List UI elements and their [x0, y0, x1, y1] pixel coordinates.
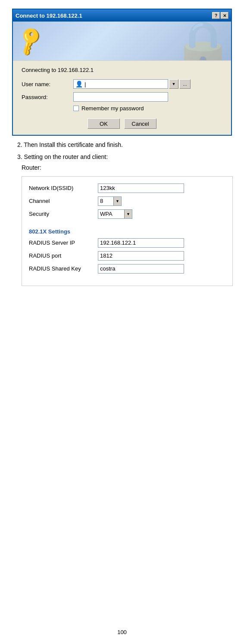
key-icon: 🔑 [13, 24, 47, 58]
radius-port-input[interactable] [98, 251, 184, 261]
main-content: 2. Then Install this certificate and fin… [6, 136, 238, 290]
settings-panel: Network ID(SSID) Channel 8 ▼ Security WP… [22, 176, 233, 286]
password-field[interactable] [73, 92, 168, 102]
cursor: | [84, 81, 86, 87]
security-row: Security WPA ▼ [29, 209, 225, 219]
username-label: User name: [22, 81, 73, 87]
password-label: Password: [22, 94, 73, 100]
user-icon: 👤 [75, 81, 83, 87]
help-button[interactable]: ? [212, 12, 220, 19]
step2-text: 2. Then Install this certificate and fin… [17, 140, 227, 150]
dialog-buttons: OK Cancel [22, 118, 222, 129]
dialog-body: Connecting to 192.168.122.1 User name: 👤… [13, 60, 231, 135]
channel-arrow[interactable]: ▼ [113, 196, 121, 206]
radius-ip-row: RADIUS Server IP [29, 238, 225, 248]
step3-text: 3. Setting on the router and client: [17, 152, 227, 162]
username-input-group: 👤 | ▼ … [73, 79, 191, 89]
username-dropdown[interactable]: ▼ [169, 79, 178, 89]
radius-key-input[interactable] [98, 264, 184, 274]
titlebar-buttons: ? ✕ [212, 12, 228, 19]
security-arrow[interactable]: ▼ [124, 209, 132, 219]
security-label: Security [29, 211, 98, 217]
ssid-label: Network ID(SSID) [29, 185, 98, 191]
radius-key-row: RADIUS Shared Key [29, 264, 225, 274]
dialog-title: Connect to 192.168.122.1 [16, 12, 82, 19]
radius-key-label: RADIUS Shared Key [29, 265, 98, 272]
remember-checkbox[interactable] [73, 106, 79, 111]
remember-label: Remember my password [81, 105, 144, 112]
dialog-titlebar: Connect to 192.168.122.1 ? ✕ [13, 9, 231, 22]
page-number: 100 [117, 629, 127, 635]
radius-port-label: RADIUS port [29, 252, 98, 259]
username-browse[interactable]: … [179, 79, 191, 89]
channel-value: 8 [98, 198, 113, 204]
radius-ip-input[interactable] [98, 238, 184, 248]
username-field[interactable]: 👤 | [73, 79, 168, 89]
cancel-button[interactable]: Cancel [124, 118, 156, 129]
connect-dialog: Connect to 192.168.122.1 ? ✕ 🔑 🔒 Connect… [12, 9, 232, 136]
remember-row: Remember my password [73, 105, 222, 112]
ssid-row: Network ID(SSID) [29, 184, 225, 193]
channel-select[interactable]: 8 ▼ [98, 196, 122, 206]
banner-bg: 🔒 [171, 22, 231, 60]
channel-row: Channel 8 ▼ [29, 196, 225, 206]
security-value: WPA [98, 211, 124, 217]
password-row: Password: [22, 92, 222, 102]
router-label: Router: [22, 164, 227, 171]
ssid-input[interactable] [98, 184, 184, 193]
ok-button[interactable]: OK [88, 118, 120, 129]
close-button[interactable]: ✕ [221, 12, 228, 19]
connecting-text: Connecting to 192.168.122.1 [22, 67, 222, 73]
channel-label: Channel [29, 198, 98, 204]
dialog-banner: 🔑 🔒 [13, 22, 231, 60]
username-row: User name: 👤 | ▼ … [22, 79, 222, 89]
radius-ip-label: RADIUS Server IP [29, 240, 98, 246]
section-802-title: 802.1X Settings [29, 228, 225, 235]
radius-port-row: RADIUS port [29, 251, 225, 261]
security-select[interactable]: WPA ▼ [98, 209, 132, 219]
